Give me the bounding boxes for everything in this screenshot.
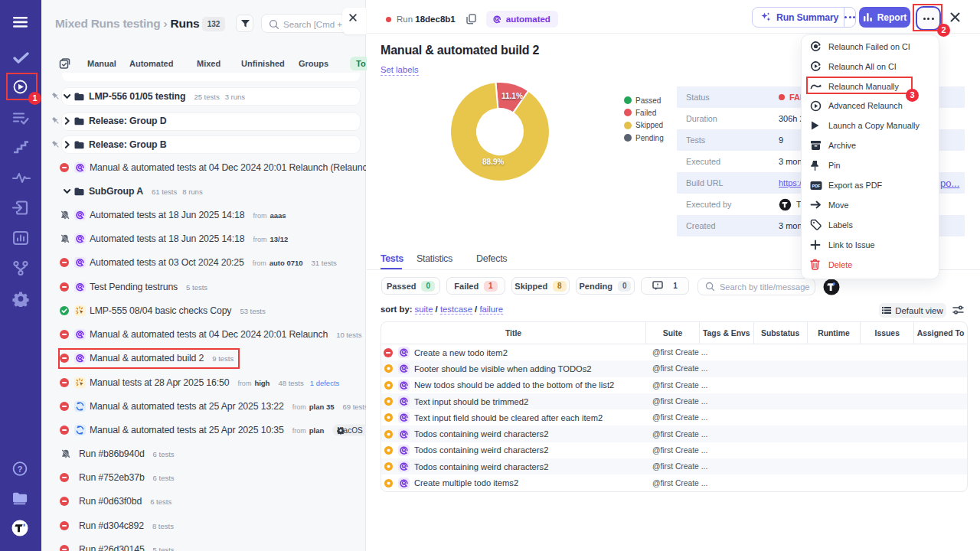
svg-text:PDF: PDF bbox=[812, 184, 820, 188]
svg-text:?: ? bbox=[17, 465, 22, 474]
